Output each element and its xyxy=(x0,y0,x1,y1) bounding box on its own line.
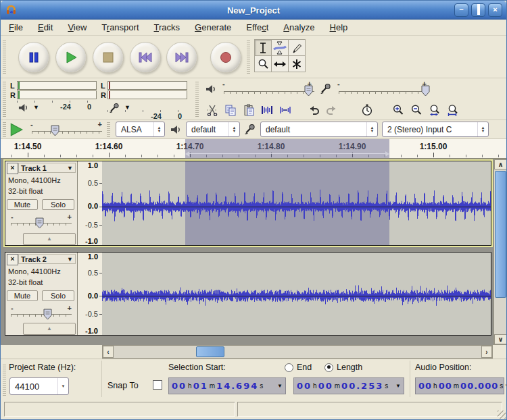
solo-button[interactable]: Solo xyxy=(42,290,74,301)
zoom-out-button[interactable] xyxy=(407,101,425,120)
paste-button[interactable] xyxy=(239,101,258,120)
zoom-tool-button[interactable] xyxy=(254,55,272,72)
fit-selection-button[interactable] xyxy=(425,101,443,120)
minimize-button[interactable]: − xyxy=(454,3,468,17)
menu-tracks[interactable]: Tracks xyxy=(154,22,180,32)
multi-tool-button[interactable] xyxy=(288,55,306,72)
draw-tool-button[interactable] xyxy=(288,39,306,56)
audio-position-field[interactable]: 00h 00m 00.000s ▼ xyxy=(415,377,504,394)
end-radio[interactable] xyxy=(285,363,293,372)
menu-edit[interactable]: Edit xyxy=(38,22,53,32)
mute-button[interactable]: Mute xyxy=(7,199,38,210)
timer-button[interactable] xyxy=(358,101,376,120)
audio-host-select[interactable]: ALSA ▲▼ xyxy=(116,122,165,137)
menu-view[interactable]: View xyxy=(68,22,87,32)
recording-meter-left[interactable]: L xyxy=(101,81,187,90)
trim-button[interactable] xyxy=(258,101,276,120)
menu-help[interactable]: Help xyxy=(330,22,348,32)
transport-toolbar-grip[interactable] xyxy=(3,40,6,74)
vertical-scrollbar[interactable]: ∧ ∨ xyxy=(493,159,507,345)
scroll-left-button[interactable]: ‹ xyxy=(103,346,114,358)
playback-meter-right[interactable]: R xyxy=(10,90,97,99)
selection-length-field[interactable]: 00h 00m 00.253s ▼ xyxy=(293,377,404,394)
track-close-button[interactable]: × xyxy=(7,163,18,174)
vertical-scrollbar-thumb[interactable] xyxy=(495,171,506,298)
slider-thumb[interactable] xyxy=(51,125,59,136)
pause-button[interactable] xyxy=(18,42,49,73)
mute-button[interactable]: Mute xyxy=(7,290,38,301)
output-device-select[interactable]: default ▲▼ xyxy=(186,122,240,137)
zoom-in-button[interactable] xyxy=(389,101,407,120)
close-button[interactable]: × xyxy=(488,3,502,17)
selection-tool-button[interactable] xyxy=(254,39,272,56)
device-toolbar-grip[interactable] xyxy=(107,122,110,137)
menu-effect[interactable]: Effect xyxy=(246,22,268,32)
slider-thumb[interactable] xyxy=(43,309,52,320)
input-channels-select[interactable]: 2 (Stereo) Input C ▲▼ xyxy=(382,122,489,137)
scroll-down-button[interactable]: ∨ xyxy=(494,334,507,344)
slider-thumb[interactable] xyxy=(421,85,430,97)
transcription-toolbar-grip[interactable] xyxy=(3,122,6,137)
track-collapse-button[interactable]: ▲ xyxy=(23,323,76,335)
track-1-vertical-ruler[interactable]: 1.0 0.5 0.0 -0.5 -1.0 xyxy=(78,161,103,245)
slider-thumb[interactable] xyxy=(304,85,313,97)
redo-button[interactable] xyxy=(322,101,341,120)
track-gain-slider[interactable]: - + xyxy=(9,213,73,230)
snap-to-checkbox[interactable] xyxy=(153,380,162,390)
track-gain-slider[interactable]: - + xyxy=(9,304,73,321)
playback-meter-left[interactable]: L xyxy=(10,81,97,90)
meter-dropdown-arrow[interactable]: ▼ xyxy=(33,104,39,111)
envelope-tool-button[interactable] xyxy=(271,39,289,56)
skip-to-start-button[interactable] xyxy=(130,42,161,73)
input-device-select[interactable]: default ▲▼ xyxy=(260,122,378,137)
scroll-right-button[interactable]: › xyxy=(481,346,492,358)
horizontal-scrollbar[interactable]: ‹ › xyxy=(102,345,493,359)
selection-start-field[interactable]: 00h 01m 14.694s ▼ xyxy=(168,377,286,394)
recording-meter-right[interactable]: R xyxy=(101,90,187,99)
play-button[interactable] xyxy=(55,42,87,73)
fit-project-button[interactable] xyxy=(443,101,462,120)
silence-button[interactable] xyxy=(276,101,294,120)
resize-grip[interactable] xyxy=(498,411,506,419)
horizontal-scrollbar-thumb[interactable] xyxy=(196,346,224,357)
track-close-button[interactable]: × xyxy=(7,254,18,265)
track-title-menu[interactable]: Track 2 ▼ xyxy=(18,254,76,264)
menu-file[interactable]: File xyxy=(9,22,23,32)
meter-dropdown-arrow[interactable]: ▼ xyxy=(124,104,130,111)
cut-button[interactable] xyxy=(203,101,221,120)
menu-analyze[interactable]: Analyze xyxy=(283,22,314,32)
track-1-waveform-area[interactable] xyxy=(102,161,491,245)
length-radio[interactable] xyxy=(324,363,333,372)
speaker-icon[interactable] xyxy=(18,103,28,113)
meter-toolbar-grip[interactable] xyxy=(3,82,6,117)
title-bar[interactable]: New_Project − × xyxy=(1,1,506,20)
track-title-menu[interactable]: Track 1 ▼ xyxy=(18,163,76,173)
timeline-ruler[interactable]: 1:14.50 1:14.60 1:14.70 1:14.80 1:14.90 … xyxy=(1,139,507,159)
input-volume-slider[interactable]: - + xyxy=(337,80,431,99)
time-format-dropdown-icon[interactable]: ▼ xyxy=(504,383,507,389)
maximize-button[interactable] xyxy=(471,3,485,17)
time-format-dropdown-icon[interactable]: ▼ xyxy=(277,383,283,389)
microphone-icon[interactable] xyxy=(109,103,120,113)
skip-to-end-button[interactable] xyxy=(166,42,197,73)
scroll-up-button[interactable]: ∧ xyxy=(494,159,507,169)
stop-button[interactable] xyxy=(93,42,124,73)
track-2-waveform-area[interactable] xyxy=(102,253,491,335)
menu-transport[interactable]: Transport xyxy=(101,22,139,32)
mixer-toolbar-grip[interactable] xyxy=(195,82,199,117)
tools-toolbar-grip[interactable] xyxy=(247,40,250,74)
time-format-dropdown-icon[interactable]: ▼ xyxy=(395,383,401,389)
project-rate-select[interactable]: 44100 ▼ xyxy=(9,377,69,395)
playback-speed-slider[interactable]: - + xyxy=(30,120,103,138)
undo-button[interactable] xyxy=(304,101,322,120)
solo-button[interactable]: Solo xyxy=(42,199,74,210)
menu-generate[interactable]: Generate xyxy=(195,22,231,32)
selection-toolbar-grip[interactable] xyxy=(3,363,6,396)
output-volume-slider[interactable]: - + xyxy=(222,80,316,99)
record-button[interactable] xyxy=(210,42,241,73)
ruler-selection-region[interactable] xyxy=(185,139,389,158)
track-collapse-button[interactable]: ▲ xyxy=(23,233,76,245)
timeshift-tool-button[interactable] xyxy=(271,55,289,72)
track-2-vertical-ruler[interactable]: 1.0 0.5 0.0 -0.5 -1.0 xyxy=(78,253,103,335)
slider-thumb[interactable] xyxy=(35,217,44,229)
